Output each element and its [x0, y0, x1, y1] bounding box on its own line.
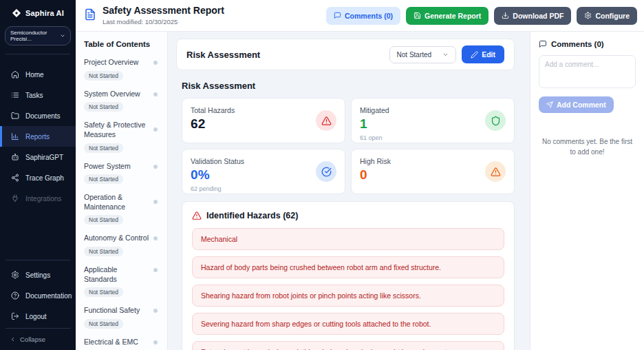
- comments-panel-title: Comments (0): [551, 40, 604, 48]
- circle-check-icon: [316, 161, 336, 182]
- sidebar-item-settings[interactable]: Settings: [0, 265, 76, 285]
- table-of-contents: Table of Contents Project Overview Not S…: [76, 32, 168, 350]
- sidebar-item-integrations[interactable]: Integrations: [0, 188, 76, 209]
- main-content: Risk Assessment Not Started Edit Risk A: [168, 32, 530, 350]
- download-icon: [502, 12, 509, 19]
- toc-item-autonomy-control[interactable]: Autonomy & Control Not Started: [84, 234, 159, 256]
- status-badge: Not Started: [84, 174, 123, 184]
- configure-button[interactable]: Configure: [577, 7, 637, 25]
- sidebar-item-documentation[interactable]: Documentation: [0, 285, 76, 306]
- identified-hazards-title: Identified Hazards (62): [206, 211, 298, 220]
- sidebar-item-saphiragpt[interactable]: SaphiraGPT: [0, 147, 76, 167]
- stat-label: Validation Status: [191, 157, 336, 165]
- home-icon: [11, 70, 19, 79]
- configure-label: Configure: [595, 12, 630, 20]
- page-title: Safety Assessment Report: [103, 5, 224, 17]
- add-comment-label: Add Comment: [557, 101, 606, 109]
- comments-empty-state: No comments yet. Be the first to add one…: [539, 136, 636, 157]
- sidebar-item-home[interactable]: Home: [0, 64, 76, 85]
- toc-item-system-overview[interactable]: System Overview Not Started: [84, 90, 159, 112]
- toc-item-electrical-emc[interactable]: Electrical & EMC Not Started: [84, 338, 159, 350]
- sidebar-item-label: Settings: [25, 271, 50, 279]
- shield-icon: [485, 110, 506, 131]
- stats-grid: Total Hazards 62 Mitigated 1 61 open: [182, 98, 515, 194]
- hazard-item[interactable]: Mechanical: [192, 228, 504, 250]
- toc-item-label: Functional Safety: [84, 306, 149, 316]
- toc-item-operation-maintenance[interactable]: Operation & Maintenance Not Started: [84, 193, 159, 225]
- status-dot: [153, 200, 158, 204]
- toc-title: Table of Contents: [84, 40, 159, 48]
- toc-item-applicable-standards[interactable]: Applicable Standards Not Started: [84, 265, 159, 297]
- status-dot: [153, 61, 158, 65]
- toc-item-functional-safety[interactable]: Functional Safety Not Started: [84, 306, 159, 329]
- hazard-item[interactable]: Entanglement hazard where clothing, hair…: [192, 341, 504, 350]
- sidebar-item-documents[interactable]: Documents: [0, 105, 76, 126]
- section-header-card: Risk Assessment Not Started Edit: [176, 39, 515, 70]
- app-logo: Saphira AI: [0, 0, 76, 23]
- bot-icon: [11, 153, 19, 161]
- triangle-alert-icon: [192, 211, 202, 220]
- triangle-alert-icon: [485, 161, 506, 182]
- sidebar-item-label: Trace Graph: [25, 174, 64, 182]
- page-header: Safety Assessment Report Last modified: …: [76, 0, 644, 32]
- toc-item-label: Operation & Maintenance: [84, 193, 149, 212]
- generate-report-button[interactable]: Generate Report: [406, 7, 489, 25]
- triangle-alert-icon: [316, 110, 336, 131]
- hazard-item[interactable]: Severing hazard from sharp edges or cutt…: [192, 313, 504, 335]
- gear-icon: [11, 271, 19, 279]
- stat-label: High Risk: [360, 157, 506, 165]
- org-selector-label: Semiconductor Precisi...: [10, 30, 60, 42]
- stat-value: 0%: [191, 167, 336, 183]
- add-comment-button[interactable]: Add Comment: [539, 96, 614, 113]
- stat-subtext: 62 pending: [191, 185, 336, 192]
- stat-label: Total Hazards: [191, 106, 336, 114]
- risk-assessment-heading: Risk Assessment: [182, 81, 515, 91]
- status-dot: [153, 236, 158, 240]
- sidebar-item-label: Tasks: [25, 92, 43, 99]
- download-pdf-button[interactable]: Download PDF: [494, 7, 571, 25]
- identified-hazards-card: Identified Hazards (62) Mechanical Hazar…: [182, 201, 515, 350]
- status-dot: [153, 165, 158, 169]
- sidebar-footer-nav: Settings Documentation Logout: [0, 265, 76, 327]
- status-dot: [153, 92, 158, 96]
- hazard-item[interactable]: Hazard of body parts being crushed betwe…: [192, 256, 504, 278]
- stat-card-high-risk: High Risk 0: [351, 149, 515, 194]
- sidebar-divider: [6, 260, 70, 260]
- toc-item-power-system[interactable]: Power System Not Started: [84, 162, 159, 185]
- sidebar-footer: Settings Documentation Logout Collapse: [0, 251, 76, 350]
- stat-card-validation-status: Validation Status 0% 62 pending: [182, 149, 345, 194]
- status-dot: [153, 309, 158, 313]
- hazard-item[interactable]: Shearing hazard from robot joints or pin…: [192, 285, 504, 307]
- chevron-left-icon: [10, 336, 16, 342]
- collapse-button[interactable]: Collapse: [0, 329, 76, 350]
- org-selector[interactable]: Semiconductor Precisi...: [5, 26, 71, 45]
- toc-item-project-overview[interactable]: Project Overview Not Started: [84, 58, 159, 81]
- status-badge: Not Started: [84, 215, 123, 225]
- stat-card-total-hazards: Total Hazards 62: [182, 98, 345, 143]
- app-window: Saphira AI Semiconductor Precisi... Home…: [0, 0, 644, 350]
- comment-bubble-icon: [539, 40, 547, 48]
- save-icon: [414, 12, 421, 19]
- toc-item-label: System Overview: [84, 90, 149, 99]
- toc-item-safety-protective-measures[interactable]: Safety & Protective Measures Not Started: [84, 121, 159, 152]
- app-logo-label: Saphira AI: [25, 9, 64, 17]
- section-header-title: Risk Assessment: [186, 50, 260, 60]
- help-circle-icon: [11, 291, 19, 300]
- sidebar-item-tasks[interactable]: Tasks: [0, 85, 76, 105]
- status-badge: Not Started: [84, 102, 123, 112]
- sidebar-item-label: Reports: [25, 133, 50, 141]
- sidebar-item-reports[interactable]: Reports: [0, 126, 76, 147]
- edit-button[interactable]: Edit: [462, 45, 504, 63]
- sidebar-item-label: SaphiraGPT: [25, 154, 63, 161]
- toc-item-label: Power System: [84, 162, 149, 172]
- tasks-icon: [11, 91, 19, 99]
- comment-input[interactable]: [539, 55, 636, 88]
- sidebar-item-logout[interactable]: Logout: [0, 306, 76, 327]
- comments-button[interactable]: Comments (0): [326, 7, 400, 25]
- generate-report-label: Generate Report: [425, 12, 481, 20]
- sidebar-item-trace-graph[interactable]: Trace Graph: [0, 167, 76, 188]
- status-select[interactable]: Not Started: [389, 46, 457, 63]
- stat-label: Mitigated: [360, 106, 506, 114]
- toc-item-label: Electrical & EMC: [84, 338, 149, 347]
- chevron-down-icon: [60, 33, 65, 39]
